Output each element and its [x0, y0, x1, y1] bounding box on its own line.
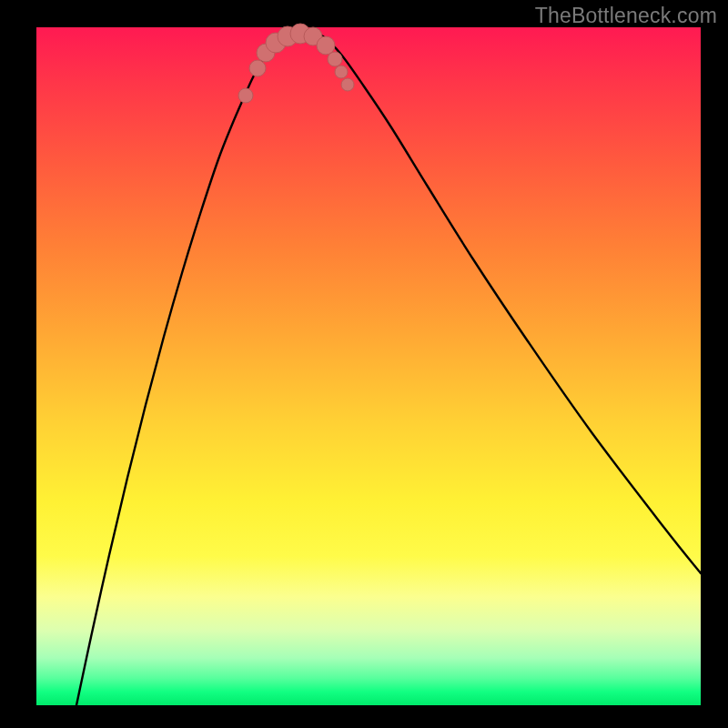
curve-marker	[238, 88, 253, 103]
watermark-text: TheBottleneck.com	[535, 4, 717, 28]
bottleneck-curve	[76, 32, 701, 705]
curve-marker	[328, 52, 342, 66]
curve-markers	[238, 24, 354, 103]
curve-marker	[335, 66, 348, 78]
chart-frame: TheBottleneck.com	[0, 0, 728, 728]
curve-marker	[341, 78, 354, 91]
curve-layer	[36, 27, 701, 705]
curve-marker	[249, 60, 266, 76]
curve-marker	[317, 36, 335, 55]
plot-area	[36, 27, 701, 705]
